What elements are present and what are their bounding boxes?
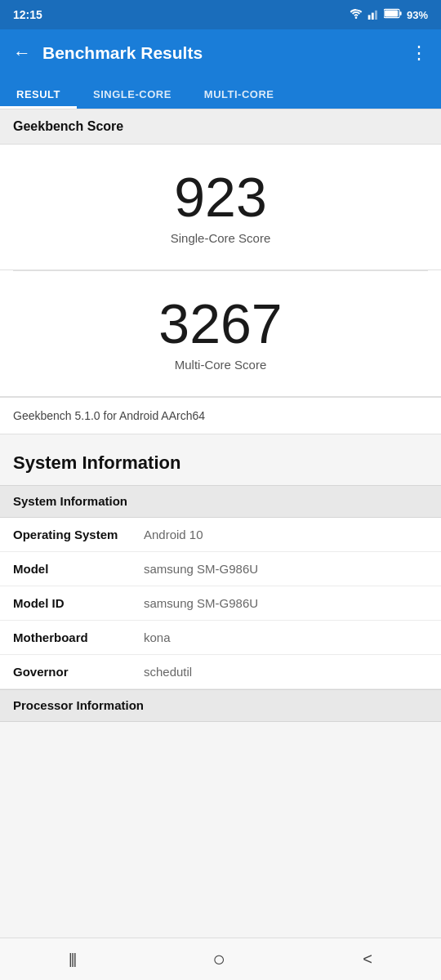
app-bar-title: Benchmark Results — [42, 43, 410, 63]
multi-core-score-label: Multi-Core Score — [175, 358, 267, 372]
version-info: Geekbench 5.1.0 for Android AArch64 — [0, 398, 441, 434]
info-row-os: Operating System Android 10 — [0, 518, 441, 552]
processor-info-group-header-text: Processor Information — [13, 698, 144, 712]
signal-icon — [368, 8, 379, 22]
info-row-model: Model samsung SM-G986U — [0, 552, 441, 586]
single-core-score-label: Single-Core Score — [171, 231, 271, 245]
processor-info-group-header: Processor Information — [0, 689, 441, 722]
system-info-group-header: System Information — [0, 485, 441, 518]
battery-percent: 93% — [407, 9, 428, 21]
svg-rect-3 — [375, 10, 377, 19]
svg-point-0 — [355, 16, 358, 19]
app-bar: ← Benchmark Results ⋮ — [0, 29, 441, 77]
system-info-title: System Information — [13, 452, 180, 473]
single-core-score-number: 923 — [174, 169, 266, 225]
single-core-score-card: 923 Single-Core Score — [0, 145, 441, 270]
tab-bar: RESULT SINGLE-CORE MULTI-CORE — [0, 77, 441, 109]
svg-rect-6 — [385, 10, 398, 16]
info-row-model-id: Model ID samsung SM-G986U — [0, 586, 441, 621]
tab-multi-core[interactable]: MULTI-CORE — [188, 77, 291, 109]
system-info-group-header-text: System Information — [13, 494, 127, 508]
geekbench-score-header: Geekbench Score — [0, 109, 441, 145]
menu-button[interactable]: ⋮ — [410, 42, 428, 64]
nav-bar: ||| ○ < — [0, 938, 441, 980]
system-info-title-section: System Information — [0, 434, 441, 485]
back-button[interactable]: ← — [13, 42, 31, 64]
svg-rect-5 — [399, 11, 401, 15]
tab-result[interactable]: RESULT — [0, 77, 77, 109]
multi-core-score-card: 3267 Multi-Core Score — [0, 271, 441, 397]
status-bar: 12:15 93% — [0, 0, 441, 29]
scores-container: 923 Single-Core Score 3267 Multi-Core Sc… — [0, 145, 441, 398]
info-row-motherboard: Motherboard kona — [0, 621, 441, 655]
bottom-padding — [0, 722, 441, 771]
info-row-governor: Governor schedutil — [0, 655, 441, 689]
battery-icon — [384, 8, 402, 21]
status-icons: 93% — [350, 8, 428, 22]
svg-rect-2 — [372, 12, 374, 19]
wifi-icon — [350, 8, 363, 22]
multi-core-score-number: 3267 — [158, 296, 282, 351]
home-button[interactable]: ○ — [193, 940, 245, 978]
tab-single-core[interactable]: SINGLE-CORE — [77, 77, 188, 109]
recent-apps-button[interactable]: ||| — [49, 944, 95, 974]
svg-rect-1 — [368, 15, 371, 20]
geekbench-score-title: Geekbench Score — [13, 119, 123, 133]
status-time: 12:15 — [13, 8, 42, 21]
back-nav-button[interactable]: < — [343, 943, 392, 975]
